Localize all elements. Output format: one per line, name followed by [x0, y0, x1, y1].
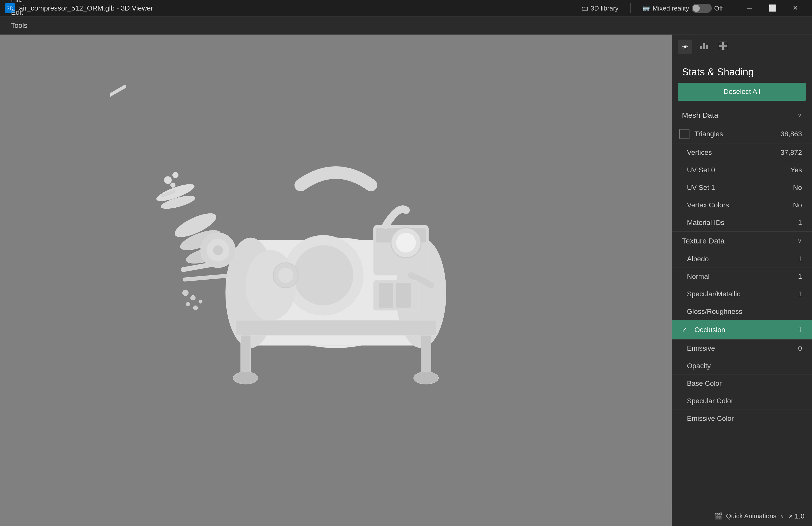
row-value-triangles: 38,863 [780, 130, 802, 138]
data-row-uv_set_0: UV Set 0Yes [672, 161, 812, 179]
data-row-material_ids: Material IDs1 [672, 214, 812, 231]
svg-rect-35 [396, 283, 411, 308]
texture-data-chevron: ∨ [797, 238, 802, 244]
row-label-triangles: Triangles [694, 130, 775, 138]
panel-content: Stats & Shading Deselect All Mesh Data ∨… [672, 59, 812, 526]
model-svg [110, 80, 561, 481]
panel-tabs: ☀ [672, 34, 812, 59]
row-label-gloss_roughness: Gloss/Roughness [687, 307, 802, 316]
tab-grid[interactable] [716, 40, 730, 54]
toggle-state-label: Off [714, 4, 723, 12]
data-row-occlusion[interactable]: Occlusion1 [672, 320, 812, 340]
data-row-triangles[interactable]: Triangles38,863 [672, 124, 812, 144]
row-label-base_color: Base Color [687, 379, 802, 388]
row-label-material_ids: Material IDs [687, 219, 787, 227]
row-value-normal: 1 [787, 272, 802, 281]
mesh-data-section-header[interactable]: Mesh Data ∨ [672, 106, 812, 124]
model-container [0, 34, 672, 526]
bottom-bar: 🎬 Quick Animations ∧ × 1.0 [672, 506, 812, 526]
quick-animations-chevron: ∧ [780, 513, 784, 519]
svg-rect-8 [421, 335, 431, 375]
svg-point-10 [414, 372, 438, 384]
mesh-data-rows: Triangles38,863Vertices37,872UV Set 0Yes… [672, 124, 812, 231]
svg-rect-45 [706, 45, 708, 49]
menu-item-edit[interactable]: Edit [5, 6, 33, 19]
data-row-opacity: Opacity [672, 357, 812, 375]
data-row-vertices: Vertices37,872 [672, 144, 812, 161]
row-value-vertex_colors: No [787, 201, 802, 209]
svg-point-27 [193, 305, 198, 310]
data-row-normal: Normal1 [672, 268, 812, 285]
row-label-vertex_colors: Vertex Colors [687, 201, 787, 209]
svg-rect-47 [724, 42, 727, 45]
data-row-emissive: Emissive0 [672, 340, 812, 357]
row-label-emissive: Emissive [687, 344, 787, 352]
data-row-specular_color: Specular Color [672, 392, 812, 410]
svg-point-28 [199, 300, 202, 303]
row-value-occlusion: 1 [787, 326, 802, 334]
row-value-albedo: 1 [787, 255, 802, 263]
scale-label: × 1.0 [789, 512, 804, 520]
panel-title: Stats & Shading [672, 59, 812, 82]
quick-animations-label: Quick Animations [726, 512, 777, 520]
svg-point-24 [183, 290, 188, 296]
library-label: 3D library [591, 4, 619, 12]
row-value-uv_set_0: Yes [787, 166, 802, 174]
row-value-vertices: 37,872 [780, 149, 802, 156]
svg-rect-44 [703, 43, 705, 49]
top-toolbar: 🗃 3D library 🥽 Mixed reality Off [578, 0, 812, 16]
svg-rect-43 [700, 46, 702, 49]
library-icon: 🗃 [582, 4, 588, 12]
row-value-uv_set_1: No [787, 184, 802, 192]
row-label-opacity: Opacity [687, 362, 802, 370]
sun-icon: ☀ [682, 42, 688, 51]
viewport[interactable] [0, 34, 672, 526]
texture-data-section-header[interactable]: Texture Data ∨ [672, 231, 812, 250]
svg-rect-41 [110, 85, 127, 97]
data-row-base_color: Base Color [672, 375, 812, 392]
svg-rect-6 [235, 320, 436, 335]
mixed-reality-toggle[interactable]: 🥽 Mixed reality Off [638, 2, 727, 15]
svg-point-26 [186, 302, 190, 306]
svg-rect-34 [378, 283, 393, 308]
right-panel: ☀ [672, 34, 812, 526]
checkbox-triangles[interactable] [679, 129, 690, 139]
row-label-normal: Normal [687, 272, 787, 281]
tab-stats-shading[interactable]: ☀ [678, 40, 692, 54]
window-title: air_compressor_512_ORM.glb - 3D Viewer [19, 4, 153, 12]
quick-animations-item[interactable]: 🎬 Quick Animations ∧ [714, 512, 784, 520]
svg-point-38 [164, 176, 172, 184]
tab-chart[interactable] [697, 40, 711, 54]
data-row-specular_metallic: Specular/Metallic1 [672, 285, 812, 303]
row-label-specular_metallic: Specular/Metallic [687, 290, 787, 298]
svg-point-40 [171, 183, 175, 187]
data-row-gloss_roughness: Gloss/Roughness [672, 303, 812, 320]
3d-library-button[interactable]: 🗃 3D library [578, 2, 623, 14]
mesh-data-title: Mesh Data [682, 111, 718, 119]
row-label-uv_set_0: UV Set 0 [687, 166, 787, 174]
toggle-track [692, 4, 712, 13]
svg-rect-23 [183, 274, 228, 282]
svg-rect-48 [719, 46, 723, 50]
row-value-emissive: 0 [787, 344, 802, 352]
row-value-specular_metallic: 1 [787, 290, 802, 298]
row-label-specular_color: Specular Color [687, 397, 802, 405]
menubar: FileEditToolsViewHelp 🗃 3D library 🥽 Mix… [0, 16, 812, 34]
deselect-all-button[interactable]: Deselect All [678, 82, 806, 101]
svg-rect-7 [241, 335, 251, 375]
menu-item-file[interactable]: File [5, 0, 33, 6]
grid-icon [719, 41, 727, 52]
svg-point-25 [190, 295, 195, 300]
svg-rect-49 [724, 46, 727, 50]
svg-point-39 [172, 172, 178, 178]
svg-rect-46 [719, 42, 723, 45]
row-label-vertices: Vertices [687, 149, 780, 156]
toggle-thumb [693, 5, 700, 12]
data-row-emissive_color: Emissive Color [672, 410, 812, 427]
svg-point-31 [213, 245, 223, 255]
texture-data-rows: Albedo1Normal1Specular/Metallic1Gloss/Ro… [672, 250, 812, 427]
menu-item-tools[interactable]: Tools [5, 19, 33, 32]
row-value-material_ids: 1 [787, 219, 802, 227]
checkbox-occlusion[interactable] [679, 325, 690, 335]
svg-point-9 [233, 372, 258, 384]
